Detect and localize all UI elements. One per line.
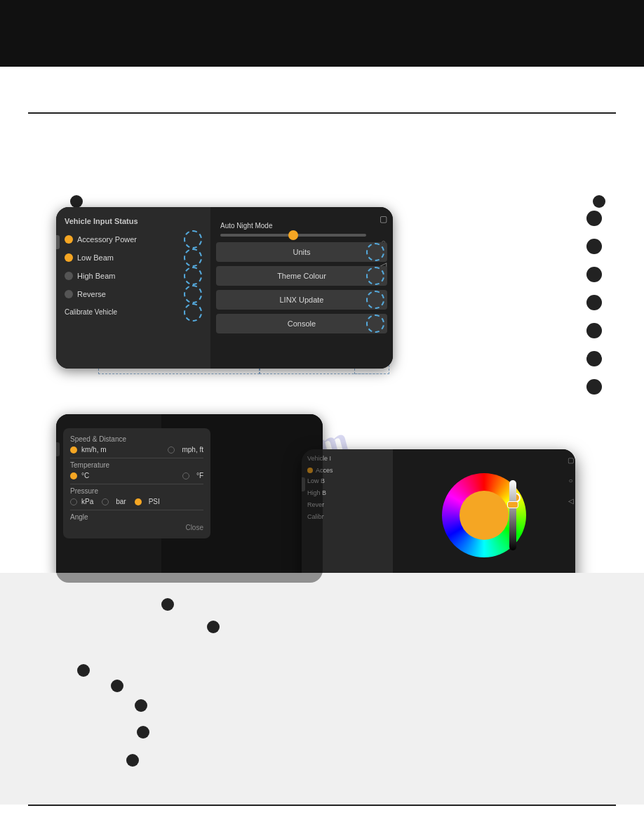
bar-label: bar bbox=[116, 498, 126, 505]
calibrate-label: Calibrate Vehicle bbox=[65, 308, 117, 316]
phone1-item-reverse: Reverse bbox=[62, 286, 205, 303]
phone2-mockup: Speed & Distance km/h, m mph, ft Tempera… bbox=[56, 414, 323, 583]
bullet-5 bbox=[586, 323, 602, 338]
linx-update-button[interactable]: LINX Update bbox=[216, 290, 387, 310]
scatter-dot-2 bbox=[207, 621, 220, 633]
accessory-label: Accessory Power bbox=[77, 235, 137, 244]
auto-night-thumb bbox=[288, 230, 298, 240]
scatter-dot-5 bbox=[135, 699, 147, 712]
pressure-title: Pressure bbox=[70, 487, 203, 495]
units-label: Units bbox=[293, 248, 310, 256]
linx-update-dashed-circle bbox=[366, 291, 384, 309]
bullet-6 bbox=[586, 351, 602, 366]
reverse-dot bbox=[65, 290, 73, 298]
celsius-dot bbox=[70, 472, 77, 479]
phone1-item-calibrate: Calibrate Vehicle bbox=[62, 304, 205, 320]
bullet-2 bbox=[586, 239, 602, 254]
bullet-1 bbox=[586, 211, 602, 226]
theme-colour-button[interactable]: Theme Colour bbox=[216, 266, 387, 286]
console-label: Console bbox=[288, 319, 316, 328]
highbeam-dashed-circle bbox=[184, 267, 202, 285]
highbeam-label: High Beam bbox=[77, 272, 115, 280]
kpa-label: kPa bbox=[81, 498, 93, 505]
lowbeam-label: Low Beam bbox=[77, 253, 114, 262]
reverse-dashed-circle bbox=[184, 285, 202, 303]
kmh-option[interactable]: km/h, m mph, ft bbox=[70, 446, 203, 454]
units-dashed-circle bbox=[366, 243, 384, 261]
phone1-mockup: Vehicle Input Status Accessory Power Low… bbox=[56, 207, 393, 369]
bullet-3 bbox=[586, 267, 602, 282]
phone3-square-icon: ▢ bbox=[568, 456, 574, 464]
auto-night-mode-row: Auto Night Mode bbox=[216, 213, 387, 239]
mph-label: mph, ft bbox=[182, 446, 203, 454]
pressure-options[interactable]: kPa bar PSI bbox=[70, 498, 203, 505]
speed-distance-title: Speed & Distance bbox=[70, 435, 203, 443]
divider-top bbox=[28, 112, 616, 114]
mph-dot bbox=[168, 446, 175, 454]
calibrate-dashed-circle bbox=[184, 303, 202, 322]
phone1-left-panel: Vehicle Input Status Accessory Power Low… bbox=[56, 207, 210, 369]
fahrenheit-label: °F bbox=[196, 472, 203, 479]
phone3-nav: ▢ ○ ◁ bbox=[568, 456, 574, 505]
kmh-dot bbox=[70, 446, 77, 454]
divider-bottom bbox=[28, 805, 616, 806]
auto-night-slider[interactable] bbox=[220, 234, 366, 237]
phone1-item-accessory: Accessory Power bbox=[62, 231, 205, 248]
units-button[interactable]: Units bbox=[216, 242, 387, 262]
bullet-tr bbox=[593, 195, 605, 208]
phone1-item-lowbeam: Low Beam bbox=[62, 249, 205, 266]
bullet-7 bbox=[586, 379, 602, 395]
brightness-handle bbox=[507, 501, 518, 508]
bullets-right bbox=[586, 211, 602, 395]
units-dialog: Speed & Distance km/h, m mph, ft Tempera… bbox=[63, 428, 210, 538]
accessory-dashed-circle bbox=[184, 230, 202, 249]
console-button[interactable]: Console bbox=[216, 314, 387, 333]
brightness-slider[interactable] bbox=[509, 480, 516, 550]
phone1-right-panel: ▢ ○ ◁ Auto Night Mode Units Theme Colour bbox=[210, 207, 393, 369]
scatter-dot-7 bbox=[126, 754, 139, 767]
angle-title: Angle bbox=[70, 513, 203, 521]
phone3-back-icon: ◁ bbox=[568, 497, 574, 505]
color-wheel-container[interactable] bbox=[442, 473, 526, 557]
bullet-4 bbox=[586, 295, 602, 310]
gray-section bbox=[0, 573, 644, 805]
dialog-close-button[interactable]: Close bbox=[70, 524, 203, 531]
scatter-dot-4 bbox=[111, 680, 123, 692]
phone1-title: Vehicle Input Status bbox=[62, 214, 205, 230]
phone3-circle-icon: ○ bbox=[568, 477, 572, 484]
celsius-label: °C bbox=[81, 472, 89, 479]
accessory-dot bbox=[65, 235, 73, 244]
color-wheel-center bbox=[459, 491, 509, 540]
console-dashed-circle bbox=[366, 315, 384, 333]
psi-label: PSI bbox=[149, 498, 160, 505]
highbeam-dot bbox=[65, 272, 73, 280]
phone1-item-highbeam: High Beam bbox=[62, 267, 205, 284]
theme-colour-label: Theme Colour bbox=[277, 272, 326, 280]
top-bar bbox=[0, 0, 644, 67]
lowbeam-dashed-circle bbox=[184, 249, 202, 267]
scatter-dot-3 bbox=[77, 664, 90, 677]
phone1-side-button bbox=[56, 235, 60, 249]
auto-night-mode-label: Auto Night Mode bbox=[220, 222, 273, 230]
scatter-dot-1 bbox=[161, 598, 174, 611]
bullet-tl bbox=[70, 195, 83, 208]
kpa-dot bbox=[70, 498, 77, 505]
linx-update-label: LINX Update bbox=[280, 296, 324, 304]
fahrenheit-dot bbox=[182, 472, 189, 479]
reverse-label: Reverse bbox=[77, 290, 106, 298]
temperature-title: Temperature bbox=[70, 461, 203, 469]
nav-square-icon: ▢ bbox=[380, 214, 387, 224]
celsius-option[interactable]: °C °F bbox=[70, 472, 203, 479]
psi-dot bbox=[135, 498, 142, 505]
scatter-dot-6 bbox=[137, 726, 149, 739]
theme-colour-dashed-circle bbox=[366, 267, 384, 285]
kmh-label: km/h, m bbox=[81, 446, 107, 454]
bar-dot bbox=[102, 498, 109, 505]
lowbeam-dot bbox=[65, 253, 73, 262]
